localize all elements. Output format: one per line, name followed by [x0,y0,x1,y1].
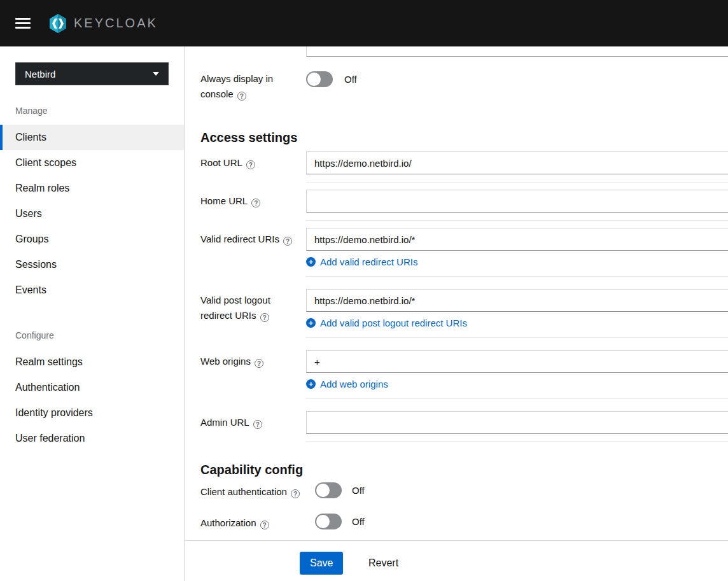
admin-url-label: Admin URL? [200,415,301,430]
keycloak-logo-icon [47,13,69,34]
authorization-label: Authorization? [200,515,321,531]
authorization-state: Off [352,516,365,528]
authorization-toggle[interactable] [315,514,342,529]
web-origins-input[interactable] [306,350,728,373]
help-icon[interactable]: ? [283,237,292,246]
chevron-down-icon [153,72,159,76]
nav-list-configure: Realm settings Authentication Identity p… [0,349,184,451]
help-icon[interactable]: ? [246,160,255,169]
row-divider [306,220,728,221]
help-icon[interactable]: ? [237,92,246,101]
help-icon[interactable]: ? [255,359,263,368]
valid-post-logout-redirect-uris-input[interactable] [306,289,728,312]
nav-toggle-hamburger-icon[interactable] [15,18,31,29]
sidebar-item-identity-providers[interactable]: Identity providers [0,400,184,426]
capability-config-heading: Capability config [200,461,303,479]
root-url-label: Root URL? [200,155,301,171]
client-authentication-label: Client authentication? [200,484,321,500]
truncated-top-input[interactable] [306,46,728,57]
form-action-bar: Save Revert [185,540,728,581]
keycloak-logo[interactable]: KEYCLOAK [47,13,158,34]
sidebar: Netbird Manage Clients Client scopes Rea… [0,46,185,581]
row-divider [306,182,728,183]
nav-section-manage: Manage [15,104,184,117]
sidebar-item-realm-settings[interactable]: Realm settings [0,349,184,375]
help-icon[interactable]: ? [260,521,269,529]
sidebar-item-clients[interactable]: Clients [0,125,184,150]
valid-post-logout-redirect-uris-label: Valid post logout redirect URIs? [200,293,301,323]
client-authentication-state: Off [352,485,365,496]
client-settings-form: Always display in console? Off Access se… [185,46,728,581]
sidebar-item-user-federation[interactable]: User federation [0,426,184,451]
plus-circle-icon: + [306,257,316,267]
valid-redirect-uris-label: Valid redirect URIs? [200,232,301,247]
sidebar-item-client-scopes[interactable]: Client scopes [0,150,184,176]
sidebar-item-sessions[interactable]: Sessions [0,252,184,277]
row-divider [306,441,728,442]
masthead: KEYCLOAK [0,0,728,46]
realm-selector-value: Netbird [25,69,55,80]
toggle-knob [316,484,330,497]
toggle-knob [316,515,330,528]
add-valid-post-logout-redirect-uris-button[interactable]: + Add valid post logout redirect URIs [306,315,467,330]
sidebar-item-authentication[interactable]: Authentication [0,375,184,400]
plus-circle-icon: + [306,318,316,328]
save-button[interactable]: Save [300,552,343,575]
nav-list-manage: Clients Client scopes Realm roles Users … [0,125,184,303]
nav-section-configure: Configure [15,329,184,342]
sidebar-item-realm-roles[interactable]: Realm roles [0,176,184,201]
home-url-input[interactable] [306,190,728,213]
sidebar-item-users[interactable]: Users [0,201,184,227]
root-url-input[interactable] [306,151,728,174]
toggle-knob [307,73,321,86]
admin-url-input[interactable] [306,411,728,434]
row-divider [306,337,728,338]
valid-redirect-uris-input[interactable] [306,228,728,251]
row-divider [306,276,728,277]
always-display-label: Always display in console? [200,71,301,102]
home-url-label: Home URL? [200,193,301,209]
revert-button[interactable]: Revert [363,552,403,575]
add-web-origins-button[interactable]: + Add web origins [306,376,388,391]
realm-selector[interactable]: Netbird [15,62,169,85]
sidebar-item-events[interactable]: Events [0,277,184,303]
help-icon[interactable]: ? [253,420,262,429]
help-icon[interactable]: ? [291,489,300,498]
access-settings-heading: Access settings [200,129,297,146]
always-display-state: Off [344,74,357,85]
add-valid-redirect-uris-button[interactable]: + Add valid redirect URIs [306,254,417,269]
sidebar-item-groups[interactable]: Groups [0,227,184,252]
always-display-toggle[interactable] [306,71,333,87]
plus-circle-icon: + [306,379,316,389]
client-authentication-toggle[interactable] [315,482,342,498]
help-icon[interactable]: ? [260,313,269,322]
web-origins-label: Web origins? [200,354,301,369]
brand-wordmark: KEYCLOAK [74,16,158,31]
help-icon[interactable]: ? [251,199,260,207]
row-divider [306,398,728,399]
